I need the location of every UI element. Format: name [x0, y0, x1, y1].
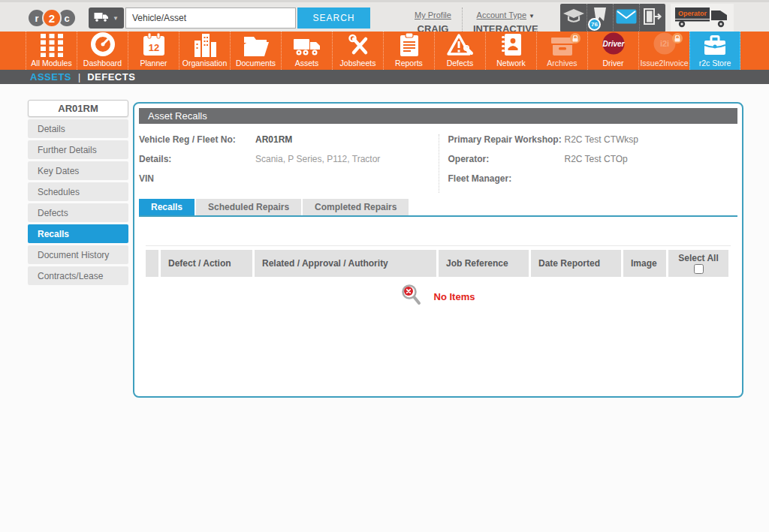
grid-icon	[40, 32, 64, 57]
empty-state: No Items	[146, 283, 728, 310]
operator-label: Operator:	[448, 154, 565, 173]
top-bar: r 2 c ▼ SEARCH My Profile CRAIG Account …	[0, 0, 769, 32]
sidebar-item-details[interactable]: Details	[28, 119, 128, 138]
search-button[interactable]: SEARCH	[297, 8, 370, 29]
logout-button[interactable]	[639, 4, 665, 32]
graduation-cap-icon	[562, 8, 585, 28]
asset-info: Vehicle Reg / Fleet No: AR01RM Details: …	[139, 134, 737, 193]
nav-item-dashboard[interactable]: Dashboard	[77, 32, 128, 70]
recalls-table: Defect / Action Related / Approval / Aut…	[146, 245, 731, 310]
operator-mode-toggle[interactable]: Operator	[671, 4, 734, 32]
sidebar-item-defects[interactable]: Defects	[28, 203, 128, 222]
sidebar-item-key-dates[interactable]: Key Dates	[28, 161, 128, 180]
nav-item-issue2invoice[interactable]: i2i Issue2Invoice	[638, 32, 689, 70]
search-input[interactable]	[125, 8, 296, 29]
select-all-checkbox[interactable]	[694, 264, 704, 274]
vehicle-reg-label: Vehicle Reg / Fleet No:	[139, 134, 255, 154]
breadcrumb-separator: |	[78, 72, 80, 83]
panel-title: Asset Recalls	[139, 108, 737, 124]
recalls-tabbar: Recalls Scheduled Repairs Completed Repa…	[139, 199, 737, 217]
notification-count-badge: 76	[588, 18, 601, 31]
r2c-logo[interactable]: r 2 c	[29, 8, 75, 28]
nav-item-defects[interactable]: Defects	[434, 32, 485, 70]
asset-id-box: AR01RM	[28, 100, 128, 117]
my-profile-block: My Profile CRAIG	[404, 8, 462, 35]
asset-info-right: Primary Repair Workshop: R2C Test CTWksp…	[439, 134, 738, 193]
vin-label: VIN	[139, 173, 255, 193]
workshop-value: R2C Test CTWksp	[565, 134, 638, 154]
column-header-defect-action: Defect / Action	[161, 250, 252, 277]
my-profile-link[interactable]: My Profile	[415, 11, 451, 20]
nav-item-archives[interactable]: Archives	[536, 32, 587, 70]
logout-icon	[642, 8, 663, 29]
account-type-link[interactable]: Account Type	[477, 11, 526, 20]
notifications-button[interactable]: 76	[587, 4, 613, 32]
folder-icon	[243, 32, 270, 57]
asset-info-left: Vehicle Reg / Fleet No: AR01RM Details: …	[139, 134, 439, 193]
sidebar-item-schedules[interactable]: Schedules	[28, 182, 128, 201]
nav-item-documents[interactable]: Documents	[230, 32, 281, 70]
calendar-icon: 12	[142, 32, 166, 57]
column-header-select-all: Select All	[668, 250, 728, 277]
warning-icon	[447, 32, 474, 57]
nav-item-network[interactable]: Network	[485, 32, 536, 70]
nav-item-jobsheets[interactable]: Jobsheets	[332, 32, 383, 70]
column-header-date-reported: Date Reported	[531, 250, 621, 277]
nav-item-planner[interactable]: 12 Planner	[128, 32, 179, 70]
details-label: Details:	[139, 154, 255, 173]
breadcrumb-assets[interactable]: ASSETS	[30, 71, 71, 83]
contacts-icon	[499, 32, 523, 57]
sidebar-item-document-history[interactable]: Document History	[28, 245, 128, 264]
column-header-related-approval-authority: Related / Approval / Authority	[255, 250, 436, 277]
nav-item-organisation[interactable]: Organisation	[179, 32, 230, 70]
no-items-message: No Items	[434, 291, 475, 302]
column-header-job-reference: Job Reference	[439, 250, 529, 277]
operator-value: R2C Test CTOp	[565, 154, 628, 173]
nav-item-r2c-store[interactable]: r2c Store	[689, 32, 740, 70]
buildings-icon	[192, 32, 218, 57]
sidebar-item-recalls[interactable]: Recalls	[28, 224, 128, 243]
column-header-image: Image	[623, 250, 666, 277]
tab-recalls[interactable]: Recalls	[139, 199, 195, 215]
asset-sidebar: AR01RM Details Further Details Key Dates…	[28, 100, 128, 285]
messages-button[interactable]	[613, 4, 639, 32]
operator-truck-icon: Operator	[674, 4, 731, 32]
module-nav: All Modules Dashboard 12 Planner Organis…	[0, 32, 769, 70]
envelope-icon	[616, 9, 637, 27]
icon-tray: 76	[560, 4, 665, 32]
search-type-dropdown[interactable]: ▼	[89, 8, 124, 29]
tab-completed-repairs[interactable]: Completed Repairs	[303, 199, 409, 215]
truck-icon	[293, 32, 321, 57]
sidebar-item-further-details[interactable]: Further Details	[28, 140, 128, 159]
chevron-down-icon: ▼	[113, 15, 119, 22]
logo-letter-2: 2	[42, 8, 62, 28]
lock-icon	[570, 33, 581, 44]
workshop-label: Primary Repair Workshop:	[448, 134, 565, 154]
svg-text:12: 12	[148, 42, 158, 53]
clipboard-icon	[398, 32, 421, 57]
truck-icon	[94, 11, 109, 26]
table-header-row: Defect / Action Related / Approval / Aut…	[146, 250, 731, 277]
sidebar-item-contracts-lease[interactable]: Contracts/Lease	[28, 266, 128, 285]
tab-scheduled-repairs[interactable]: Scheduled Repairs	[196, 199, 301, 215]
nav-item-driver[interactable]: Driver Driver	[587, 32, 638, 70]
nav-item-all-modules[interactable]: All Modules	[26, 32, 77, 70]
svg-text:i2i: i2i	[659, 39, 668, 48]
svg-text:Driver: Driver	[602, 40, 625, 48]
gauge-icon	[90, 32, 116, 57]
breadcrumb-defects: DEFECTS	[87, 71, 135, 83]
training-button[interactable]	[560, 4, 587, 32]
svg-text:Operator: Operator	[678, 10, 707, 17]
chevron-down-icon: ▼	[529, 13, 535, 20]
nav-item-reports[interactable]: Reports	[383, 32, 434, 70]
account-type-block: Account Type▼ INTERACTIVE	[462, 8, 549, 35]
tools-icon	[346, 32, 370, 57]
breadcrumb: ASSETS | DEFECTS	[0, 70, 769, 84]
details-value: Scania, P Series, P112, Tractor	[255, 154, 380, 173]
column-header-blank	[146, 250, 158, 277]
asset-recalls-panel: Asset Recalls Vehicle Reg / Fleet No: AR…	[133, 102, 743, 398]
nav-item-assets[interactable]: Assets	[281, 32, 332, 70]
briefcase-icon	[702, 32, 728, 57]
fleet-manager-label: Fleet Manager:	[448, 173, 565, 193]
profile-area: My Profile CRAIG Account Type▼ INTERACTI…	[404, 8, 549, 35]
